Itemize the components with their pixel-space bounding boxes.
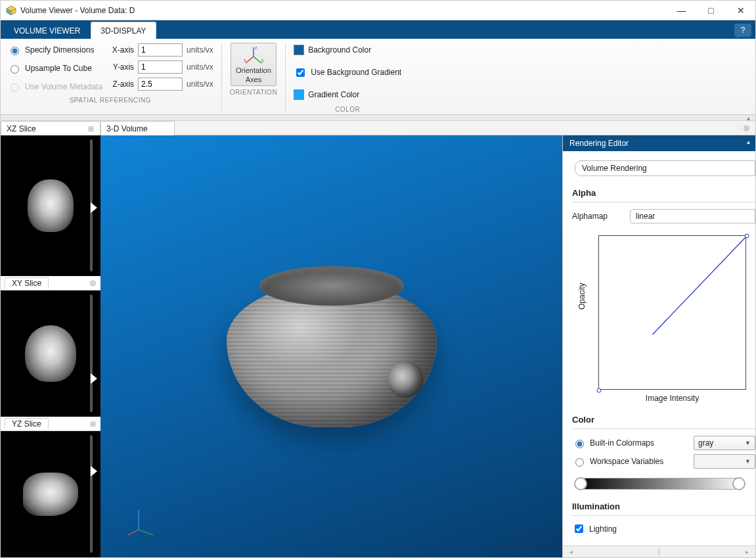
volume-render [213, 256, 450, 453]
chevron-up-icon: ▴ [747, 114, 750, 122]
color-section-title: Color [572, 415, 755, 425]
xy-slice-handle[interactable] [91, 373, 97, 384]
gradient-color-swatch[interactable] [294, 89, 304, 100]
close-icon[interactable]: ⊗ [743, 121, 755, 135]
slider-handle-max[interactable] [732, 477, 745, 490]
close-icon[interactable]: ⊗ [87, 124, 95, 133]
zaxis-input[interactable] [138, 78, 183, 91]
render-mode-value: Volume Rendering [582, 164, 647, 173]
yz-slice-label: YZ Slice [5, 418, 49, 429]
ribbon-3d-display: Specify Dimensions Upsample To Cube Use … [1, 39, 755, 115]
close-button[interactable]: ✕ [726, 1, 755, 20]
radio-workspace-variables[interactable]: Workspace Variables [572, 456, 687, 467]
xy-slice-image [25, 325, 76, 382]
window-title: Volume Viewer - Volume Data: D [20, 6, 667, 15]
3d-volume-view[interactable] [100, 135, 562, 557]
background-color-label: Background Color [308, 45, 371, 55]
xz-slice-image [28, 179, 74, 232]
yaxis-input[interactable] [138, 60, 183, 74]
alpha-chart-ylabel: Opacity [577, 283, 587, 310]
group-label-color: COLOR [335, 106, 360, 113]
group-label-spatial: SPATIAL REFERENCING [70, 97, 151, 104]
radio-specify-dimensions-label: Specify Dimensions [25, 45, 94, 55]
colormap-dropdown[interactable]: gray▼ [694, 436, 755, 450]
close-icon[interactable]: ⊗ [89, 419, 97, 429]
maximize-button[interactable]: □ [696, 1, 726, 20]
alpha-control-point[interactable] [597, 388, 602, 393]
yz-slice-view[interactable]: YZ Slice⊗ [1, 417, 100, 557]
radio-upsample-to-cube[interactable]: Upsample To Cube [7, 61, 102, 76]
illumination-section-title: Illumination [572, 501, 755, 511]
orientation-btn-line2: Axes [246, 76, 261, 83]
workspace-variables-label: Workspace Variables [590, 457, 663, 466]
colormap-value: gray [698, 438, 713, 448]
minimize-button[interactable]: ― [667, 1, 696, 20]
slider-handle-min[interactable] [574, 477, 587, 490]
svg-text:x: x [244, 58, 246, 62]
divider [572, 515, 755, 516]
divider [572, 202, 755, 202]
scroll-left-icon[interactable]: ◂ [569, 548, 573, 555]
orientation-axes-button[interactable]: z x y Orientation Axes [231, 43, 277, 86]
tab-xz-slice[interactable]: XZ Slice⊗ [1, 121, 100, 135]
builtin-colormaps-label: Built-in Colormaps [590, 438, 654, 448]
tab-volume-viewer[interactable]: VOLUME VIEWER [5, 22, 89, 39]
3d-volume-label: 3-D Volume [106, 124, 148, 133]
xy-slice-view[interactable]: XY Slice⊗ [1, 276, 100, 417]
title-bar: Volume Viewer - Volume Data: D ― □ ✕ [1, 1, 755, 20]
xaxis-input[interactable] [138, 43, 183, 57]
radio-upsample-label: Upsample To Cube [25, 64, 92, 73]
svg-line-11 [128, 530, 139, 535]
help-icon[interactable]: ? [734, 24, 751, 37]
yz-slice-slider[interactable] [90, 435, 93, 553]
toolstrip-tabs: VOLUME VIEWER 3D-DISPLAY ? [1, 20, 755, 39]
alphamap-dropdown[interactable]: linear [630, 209, 755, 223]
render-mode-dropdown[interactable]: Volume Rendering [575, 160, 755, 176]
ribbon-divider [285, 43, 286, 113]
colormap-range-slider[interactable] [575, 478, 745, 490]
lighting-label: Lighting [589, 524, 617, 534]
alphamap-label: Alphamap [572, 212, 623, 221]
yz-slice-image [23, 473, 78, 516]
background-color-swatch[interactable] [294, 45, 304, 55]
alphamap-value: linear [636, 212, 655, 221]
gradient-color-label: Gradient Color [308, 90, 359, 99]
use-background-gradient-checkbox[interactable] [296, 68, 305, 77]
scroll-right-icon[interactable]: ▸ [745, 548, 749, 555]
alpha-section-title: Alpha [572, 188, 755, 198]
alpha-control-point[interactable] [745, 234, 749, 239]
alphamap-chart[interactable] [598, 235, 746, 390]
xz-slice-handle[interactable] [91, 202, 97, 213]
xaxis-unit: units/vx [187, 45, 213, 55]
app-icon [6, 5, 16, 16]
workspace-variable-dropdown: ▼ [694, 454, 755, 469]
xz-slice-view[interactable] [1, 135, 100, 276]
xy-slice-label: XY Slice [5, 277, 49, 289]
radio-specify-dimensions[interactable]: Specify Dimensions [7, 43, 102, 57]
divider [572, 429, 755, 429]
svg-text:y: y [261, 58, 264, 63]
use-gradient-label: Use Background Gradient [311, 68, 401, 77]
tab-3d-display[interactable]: 3D-DISPLAY [91, 22, 156, 39]
slice-panel: XY Slice⊗ YZ Slice⊗ [1, 135, 100, 557]
ribbon-collapse-bar[interactable]: ▴ [1, 115, 755, 121]
panel-scroll-bar[interactable]: ◂|▸ [563, 546, 755, 557]
yaxis-unit: units/vx [187, 62, 213, 72]
svg-text:z: z [255, 45, 257, 50]
group-label-orientation: ORIENTATION [230, 89, 277, 96]
chevron-up-icon[interactable]: ▴ [747, 138, 750, 145]
radio-builtin-colormaps[interactable]: Built-in Colormaps [572, 438, 687, 448]
xaxis-label: X-axis [109, 45, 134, 55]
radio-use-meta-label: Use Volume Metadata [25, 82, 102, 91]
zaxis-label: Z-axis [109, 80, 134, 89]
lighting-checkbox[interactable]: Lighting [572, 523, 617, 535]
orientation-axes-icon: z x y [242, 45, 265, 65]
xy-slice-slider[interactable] [90, 294, 93, 412]
svg-line-12 [599, 236, 747, 335]
svg-line-10 [139, 530, 153, 535]
tab-3d-volume[interactable]: 3-D Volume [100, 121, 175, 135]
caret-down-icon: ▼ [745, 458, 751, 465]
yz-slice-handle[interactable] [91, 466, 97, 477]
xz-slice-label: XZ Slice [7, 124, 36, 133]
close-icon[interactable]: ⊗ [89, 278, 97, 288]
